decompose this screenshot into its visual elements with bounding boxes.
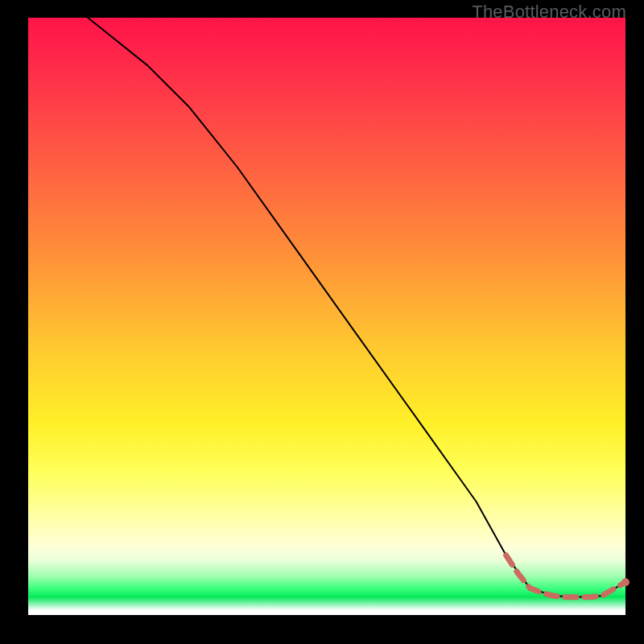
bottleneck-curve	[28, 0, 625, 597]
chart-frame: TheBottleneck.com	[0, 0, 644, 644]
highlight-segment	[506, 555, 625, 597]
chart-overlay	[28, 18, 625, 615]
watermark-text: TheBottleneck.com	[472, 2, 626, 23]
end-marker-dot	[621, 578, 630, 586]
